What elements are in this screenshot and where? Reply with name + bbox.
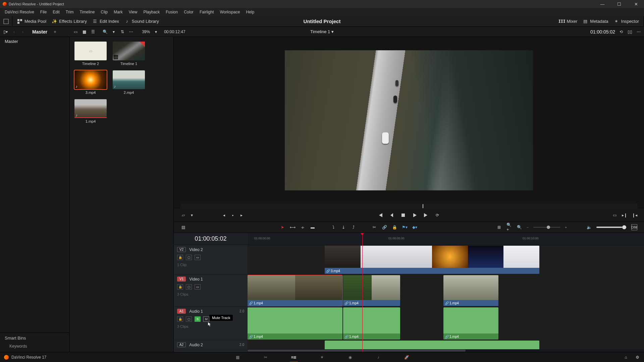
clip[interactable]: 🔗3.mp4 (325, 246, 539, 274)
menu-view[interactable]: View (126, 9, 140, 15)
search-opts-icon[interactable]: ▾ (111, 29, 116, 35)
bin-master[interactable]: Master (0, 37, 69, 46)
go-in-icon[interactable]: ❙◂ (632, 213, 637, 218)
more-icon[interactable]: ⋯ (128, 29, 134, 35)
track-area[interactable]: 01:00:00:00 01:00:05:00 01:00:10:00 🔗3.m… (248, 233, 644, 352)
page-cut[interactable]: ✂ (262, 354, 270, 361)
track-badge[interactable]: A1 (177, 309, 186, 314)
track-autoselect-button[interactable]: ▢ (186, 255, 192, 260)
timeline-name[interactable]: Timeline 1 (310, 29, 330, 34)
page-edit[interactable]: ≡≣ (290, 354, 298, 361)
menu-workspace[interactable]: Workspace (217, 9, 243, 15)
track-visible-button[interactable]: ▭ (195, 255, 201, 260)
h-scroll[interactable] (248, 349, 644, 352)
dual-viewer-icon[interactable]: ▯▯ (627, 29, 633, 35)
tl-zoom-slider[interactable] (533, 227, 560, 228)
menu-clip[interactable]: Clip (98, 9, 110, 15)
mediapool-toggle[interactable]: Media Pool (16, 18, 48, 25)
page-color[interactable]: ◉ (346, 354, 354, 361)
track-lock-button[interactable]: 🔒 (177, 255, 183, 260)
last-frame-button[interactable] (423, 213, 429, 218)
replace-button[interactable]: ⤴ (351, 225, 356, 230)
zoom-chevron-icon[interactable]: ▾ (153, 29, 159, 35)
nav-fwd-button[interactable]: › (20, 29, 25, 35)
viewer-zoom[interactable]: 39% (142, 29, 150, 34)
clip-thumb[interactable]: ♪ 2.mp4 (113, 70, 145, 95)
jog-prev-icon[interactable]: ◂ (221, 213, 227, 218)
menu-color[interactable]: Color (181, 9, 196, 15)
menu-help[interactable]: Help (243, 9, 257, 15)
menu-playback[interactable]: Playback (141, 9, 162, 15)
home-button[interactable]: ⌂ (623, 355, 629, 360)
prev-frame-button[interactable] (389, 213, 394, 218)
clip-thumb[interactable]: ▭ Timeline 2 (74, 42, 107, 66)
overwrite-button[interactable]: ⤓ (341, 225, 346, 230)
viewer-scrubber[interactable] (180, 203, 637, 209)
marker-button[interactable]: ◆▾ (412, 225, 417, 230)
dynamic-trim-tool[interactable]: ⟛ (300, 225, 305, 230)
zoomin-icon[interactable]: 🔍+ (506, 225, 512, 230)
page-fairlight[interactable]: ♪ (374, 354, 382, 361)
menu-davinci[interactable]: DaVinci Resolve (2, 9, 37, 15)
view-list-icon[interactable]: ☰ (90, 29, 96, 35)
menu-timeline[interactable]: Timeline (77, 9, 97, 15)
menu-mark[interactable]: Mark (111, 9, 125, 15)
bypass-icon[interactable]: ⟲ (619, 29, 624, 35)
track-badge[interactable]: A2 (177, 342, 186, 347)
snap-button[interactable]: ⊞ (496, 225, 502, 230)
track-header-v2[interactable]: V2Video 2 🔒 ▢ ▭ 1 Clip (174, 245, 248, 275)
viewer-canvas[interactable] (174, 37, 644, 203)
loop-button[interactable]: ⟳ (435, 213, 440, 218)
clip[interactable]: 🔗1.mp4 (443, 275, 498, 306)
page-media[interactable]: ▦ (233, 354, 241, 361)
track-autoselect-button[interactable]: ▢ (186, 316, 192, 322)
maximize-button[interactable]: ☐ (614, 2, 625, 7)
zoomfit-icon[interactable]: 🔍 (517, 225, 522, 230)
blade-tool[interactable]: ▬ (310, 225, 315, 230)
clip[interactable]: 🔗1.mp4 (343, 275, 400, 306)
transform-icon[interactable]: ▱ (180, 213, 186, 218)
clip[interactable]: 🔗1.mp4 (248, 307, 342, 340)
selection-tool[interactable]: ➤ (280, 225, 285, 230)
bin-view-icon[interactable]: ▯▾ (3, 29, 8, 35)
page-deliver[interactable]: 🚀 (402, 354, 411, 361)
sort-icon[interactable]: ⇅ (120, 29, 125, 35)
clip[interactable] (325, 341, 539, 350)
menu-file[interactable]: File (38, 9, 49, 15)
track-autoselect-button[interactable]: ▢ (186, 284, 192, 290)
bin-crumb[interactable]: Master (32, 29, 47, 35)
track-badge[interactable]: V1 (177, 277, 186, 282)
track-visible-button[interactable]: ▭ (195, 284, 201, 290)
ruler[interactable]: 01:00:00:00 01:00:05:00 01:00:10:00 (248, 233, 644, 245)
insert-button[interactable]: ⤵ (331, 225, 336, 230)
menu-trim[interactable]: Trim (63, 9, 76, 15)
trim-tool[interactable]: ⟷ (290, 225, 295, 230)
close-button[interactable]: ✕ (631, 2, 641, 7)
clip-thumb[interactable]: ▭ Timeline 1 (113, 42, 145, 66)
clip-thumb[interactable]: ♪ 1.mp4 (74, 99, 107, 123)
track-badge[interactable]: V2 (177, 247, 186, 252)
track-header-a2[interactable]: A2Audio 22.0 (174, 340, 248, 350)
track-lock-button[interactable]: 🔒 (177, 316, 183, 322)
menu-edit[interactable]: Edit (50, 9, 62, 15)
speaker-icon[interactable]: 🔈 (586, 225, 592, 230)
options-icon[interactable]: ⋯ (636, 29, 641, 35)
timeline-chevron-icon[interactable]: ▾ (331, 29, 334, 34)
fullscreen-icon[interactable] (3, 19, 9, 24)
lock-button[interactable]: 🔒 (392, 225, 397, 230)
menu-fusion[interactable]: Fusion (163, 9, 180, 15)
play-button[interactable] (412, 213, 417, 218)
mixer-toggle[interactable]: 𝗜𝗜𝗜Mixer (558, 18, 579, 25)
minimize-button[interactable]: — (597, 2, 608, 7)
zoom-minus[interactable]: − (527, 226, 529, 229)
transform-chevron-icon[interactable]: ▾ (189, 213, 195, 218)
clip[interactable]: 🔗1.mp4 (248, 275, 342, 306)
inspector-toggle[interactable]: ✶Inspector (612, 18, 640, 25)
volume-slider[interactable] (596, 227, 627, 228)
link-button[interactable]: 🔗 (382, 225, 387, 230)
menu-fairlight[interactable]: Fairlight (197, 9, 217, 15)
match-frame-icon[interactable]: ▭ (612, 213, 617, 218)
stop-button[interactable] (400, 213, 406, 218)
split-button[interactable]: ✂ (372, 225, 377, 230)
go-out-icon[interactable]: ▸❙ (622, 213, 627, 218)
